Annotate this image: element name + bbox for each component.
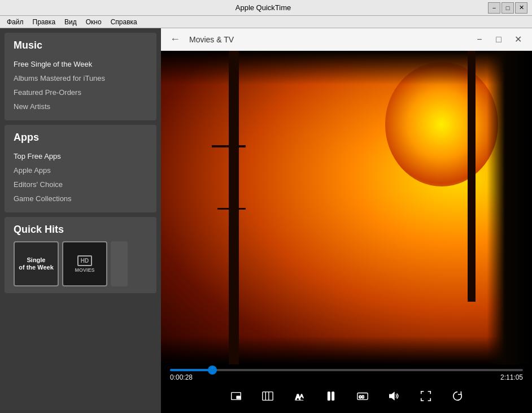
svg-text:A: A: [299, 393, 303, 399]
minimize-icon: −: [477, 34, 482, 45]
black-top: [161, 51, 532, 85]
sidebar-link-featured[interactable]: Featured Pre-Orders: [14, 85, 147, 99]
progress-thumb: [208, 366, 217, 375]
quick-hits-items: Single of the Week HD MOVIES: [14, 241, 147, 286]
movies-minimize-button[interactable]: −: [472, 32, 487, 47]
volume-icon: [388, 390, 400, 402]
main-content: Music Free Single of the Week Albums Mas…: [0, 28, 532, 413]
sidebar-link-apple-apps[interactable]: Apple Apps: [14, 163, 147, 177]
movies-window: ← Movies & TV − □ ✕: [161, 28, 532, 413]
app-title-bar: Apple QuickTime − □ ✕: [0, 0, 532, 16]
close-icon: ✕: [514, 34, 522, 45]
movies-window-controls: − □ ✕: [472, 32, 525, 47]
maximize-button[interactable]: □: [502, 2, 514, 14]
pause-icon: [325, 390, 337, 402]
black-panel-right: [487, 51, 532, 364]
minimize-button[interactable]: −: [488, 2, 500, 14]
video-thumbnail: [161, 51, 532, 364]
quick-hit-single-week[interactable]: Single of the Week: [14, 241, 59, 286]
controls-area: 0:00:28 2:11:05: [161, 364, 532, 413]
movies-window-title: Movies & TV: [189, 35, 465, 44]
font-button[interactable]: A A: [289, 386, 309, 406]
mini-player-icon: [230, 390, 242, 402]
sidebar: Music Free Single of the Week Albums Mas…: [0, 28, 161, 413]
sidebar-link-top-free[interactable]: Top Free Apps: [14, 149, 147, 163]
svg-rect-8: [328, 392, 330, 401]
quick-hits-title: Quick Hits: [14, 224, 147, 236]
fullscreen-icon: [420, 390, 432, 402]
sidebar-link-free-single[interactable]: Free Single of the Week: [14, 57, 147, 71]
quick-hit-hd-movies[interactable]: HD MOVIES: [62, 241, 107, 286]
video-area: [161, 51, 532, 364]
captions-icon: CC: [356, 390, 369, 402]
progress-bar-container: [170, 369, 523, 371]
menu-window[interactable]: Окно: [81, 17, 106, 27]
movies-title-bar: ← Movies & TV − □ ✕: [161, 28, 532, 51]
mini-player-button[interactable]: [226, 386, 246, 406]
progress-track[interactable]: [170, 369, 523, 371]
font-icon: A A: [293, 390, 306, 402]
play-pause-button[interactable]: [321, 386, 341, 406]
sidebar-link-new-artists[interactable]: New Artists: [14, 99, 147, 114]
sidebar-link-editors-choice[interactable]: Editors' Choice: [14, 177, 147, 192]
music-section-title: Music: [14, 40, 147, 51]
svg-marker-12: [389, 393, 394, 400]
movies-maximize-button[interactable]: □: [491, 32, 506, 47]
apps-section-title: Apps: [14, 132, 147, 144]
single-week-text: Single of the Week: [16, 254, 56, 273]
apps-section: Apps Top Free Apps Apple Apps Editors' C…: [5, 125, 156, 212]
menu-file[interactable]: Файл: [2, 17, 28, 27]
black-bottom: [161, 336, 532, 364]
app-title: Apple QuickTime: [38, 3, 488, 12]
back-icon: ←: [170, 33, 180, 45]
control-buttons: A A: [170, 386, 523, 406]
sidebar-link-game-collections[interactable]: Game Collections: [14, 192, 147, 206]
structure-left: [229, 51, 239, 364]
captions-button[interactable]: CC: [352, 386, 373, 406]
time-total: 2:11:05: [500, 373, 523, 381]
time-row: 0:00:28 2:11:05: [170, 373, 523, 381]
svg-rect-1: [236, 396, 239, 399]
svg-text:CC: CC: [359, 395, 364, 399]
structure-right: [468, 51, 476, 302]
right-panel: ← Movies & TV − □ ✕: [161, 28, 532, 413]
fullscreen-button[interactable]: [416, 386, 436, 406]
movies-close-button[interactable]: ✕: [511, 32, 525, 47]
quick-hit-partial[interactable]: [111, 241, 128, 286]
menu-bar: Файл Правка Вид Окно Справка: [0, 16, 532, 28]
replay-icon: [451, 390, 464, 402]
menu-view[interactable]: Вид: [60, 17, 81, 27]
chapters-button[interactable]: [258, 386, 278, 406]
replay-button[interactable]: [447, 386, 468, 406]
quick-hits-section: Quick Hits Single of the Week HD MOVIES: [5, 217, 156, 293]
time-current: 0:00:28: [170, 373, 193, 381]
menu-edit[interactable]: Правка: [28, 17, 60, 27]
maximize-icon: □: [496, 34, 502, 45]
sidebar-link-albums[interactable]: Albums Mastered for iTunes: [14, 71, 147, 85]
hd-movies-text: MOVIES: [75, 267, 94, 273]
music-section: Music Free Single of the Week Albums Mas…: [5, 33, 156, 120]
progress-fill: [170, 369, 212, 371]
svg-rect-9: [332, 392, 334, 401]
movies-back-button[interactable]: ←: [168, 31, 182, 47]
chapters-icon: [261, 390, 274, 402]
hd-badge: HD: [77, 255, 92, 266]
volume-button[interactable]: [384, 386, 404, 406]
title-bar-buttons: − □ ✕: [488, 2, 527, 14]
menu-help[interactable]: Справка: [106, 17, 142, 27]
close-button[interactable]: ✕: [515, 2, 527, 14]
svg-rect-2: [262, 392, 272, 401]
